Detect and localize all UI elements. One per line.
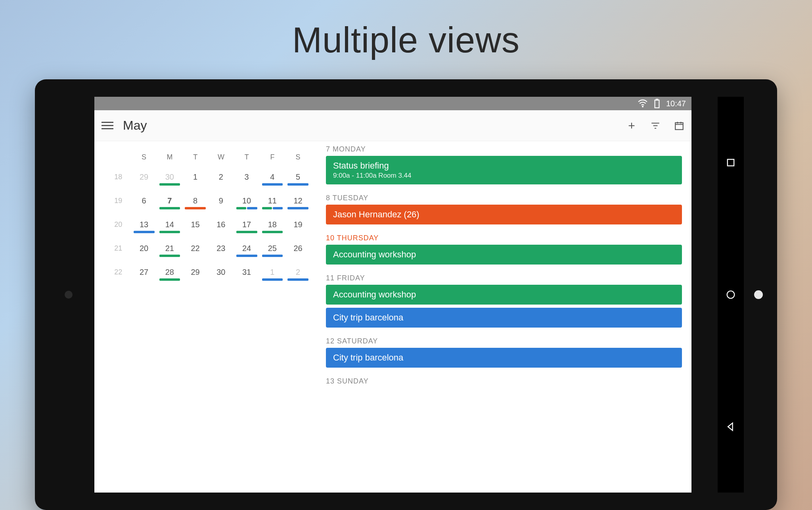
calendar-day[interactable]: 31 <box>234 260 260 284</box>
week-number: 22 <box>105 260 131 284</box>
calendar-day[interactable]: 14 <box>157 213 183 236</box>
agenda-event[interactable]: City trip barcelona <box>326 348 682 368</box>
nav-recent-icon[interactable] <box>725 157 736 168</box>
calendar-day[interactable]: 15 <box>182 213 208 236</box>
calendar-day[interactable]: 16 <box>208 213 234 236</box>
weekday-header: F <box>260 149 285 165</box>
agenda-day: 10 THURSDAYAccounting workshop <box>316 230 691 270</box>
tablet-camera <box>65 291 73 299</box>
calendar-day[interactable]: 22 <box>182 236 208 260</box>
calendar-day[interactable]: 1 <box>260 260 285 284</box>
agenda-event[interactable]: Accounting workshop <box>326 245 682 265</box>
android-navbar <box>718 97 744 493</box>
status-time: 10:47 <box>666 99 686 108</box>
mini-calendar[interactable]: SMTWTFS182930123451967891011122013141516… <box>105 149 311 284</box>
calendar-day[interactable]: 9 <box>208 189 234 213</box>
agenda-pane[interactable]: 7 MONDAYStatus briefing9:00a - 11:00a Ro… <box>316 141 691 493</box>
calendar-day[interactable]: 27 <box>131 260 157 284</box>
calendar-day[interactable]: 18 <box>260 213 285 236</box>
calendar-day[interactable]: 19 <box>285 213 311 236</box>
weekday-header: W <box>208 149 234 165</box>
app-bar: May + <box>94 110 691 141</box>
calendar-day[interactable]: 8 <box>182 189 208 213</box>
svg-point-1 <box>727 291 735 299</box>
calendar-day[interactable]: 21 <box>157 236 183 260</box>
agenda-day-label: 13 SUNDAY <box>326 377 682 385</box>
page-title: May <box>123 118 617 133</box>
week-number: 21 <box>105 236 131 260</box>
calendar-day[interactable]: 17 <box>234 213 260 236</box>
calendar-day[interactable]: 1 <box>182 165 208 189</box>
weekday-header: S <box>131 149 157 165</box>
agenda-day: 11 FRIDAYAccounting workshopCity trip ba… <box>316 270 691 333</box>
nav-back-icon[interactable] <box>725 421 736 432</box>
calendar-day[interactable]: 26 <box>285 236 311 260</box>
svg-rect-0 <box>728 159 734 166</box>
today-icon[interactable] <box>674 121 684 131</box>
status-bar: 10:47 <box>94 97 691 110</box>
calendar-day[interactable]: 12 <box>285 189 311 213</box>
weekday-header: T <box>234 149 260 165</box>
weekday-header <box>105 149 131 165</box>
calendar-day[interactable]: 29 <box>131 165 157 189</box>
calendar-day[interactable]: 11 <box>260 189 285 213</box>
calendar-day[interactable]: 6 <box>131 189 157 213</box>
svg-rect-4 <box>656 99 658 100</box>
agenda-day: 8 TUESDAYJason Hernandez (26) <box>316 190 691 230</box>
svg-point-2 <box>642 106 643 107</box>
calendar-day[interactable]: 4 <box>260 165 285 189</box>
promo-title: Multiple views <box>0 20 812 61</box>
agenda-event[interactable]: City trip barcelona <box>326 308 682 328</box>
wifi-icon <box>638 98 648 109</box>
calendar-day[interactable]: 28 <box>157 260 183 284</box>
content: SMTWTFS182930123451967891011122013141516… <box>94 141 691 493</box>
calendar-day[interactable]: 5 <box>285 165 311 189</box>
weekday-header: M <box>157 149 183 165</box>
agenda-day-label: 10 THURSDAY <box>326 234 682 242</box>
calendar-day[interactable]: 30 <box>208 260 234 284</box>
nav-home-icon[interactable] <box>725 289 736 300</box>
appbar-actions: + <box>626 121 684 131</box>
week-number: 19 <box>105 189 131 213</box>
week-number: 20 <box>105 213 131 236</box>
calendar-day[interactable]: 20 <box>131 236 157 260</box>
svg-rect-5 <box>675 123 683 129</box>
week-number: 18 <box>105 165 131 189</box>
weekday-header: T <box>182 149 208 165</box>
agenda-day-label: 12 SATURDAY <box>326 337 682 345</box>
calendar-day[interactable]: 24 <box>234 236 260 260</box>
tablet-frame: 10:47 May + SMTWTFS182930123451967891011… <box>35 79 777 510</box>
calendar-day[interactable]: 30 <box>157 165 183 189</box>
calendar-day[interactable]: 3 <box>234 165 260 189</box>
calendar-day[interactable]: 23 <box>208 236 234 260</box>
calendar-day[interactable]: 2 <box>285 260 311 284</box>
calendar-day[interactable]: 2 <box>208 165 234 189</box>
svg-rect-3 <box>655 100 659 108</box>
agenda-day: 13 SUNDAY <box>316 373 691 390</box>
calendar-day[interactable]: 25 <box>260 236 285 260</box>
calendar-day[interactable]: 29 <box>182 260 208 284</box>
agenda-day: 12 SATURDAYCity trip barcelona <box>316 333 691 373</box>
tablet-power-dot <box>754 290 763 299</box>
calendar-day[interactable]: 13 <box>131 213 157 236</box>
month-pane: SMTWTFS182930123451967891011122013141516… <box>94 141 316 493</box>
calendar-day[interactable]: 10 <box>234 189 260 213</box>
calendar-day[interactable]: 7 <box>157 189 183 213</box>
menu-icon[interactable] <box>102 122 113 129</box>
agenda-event[interactable]: Accounting workshop <box>326 285 682 305</box>
agenda-day-label: 7 MONDAY <box>326 145 682 153</box>
agenda-event[interactable]: Status briefing9:00a - 11:00a Room 3.44 <box>326 156 682 184</box>
weekday-header: S <box>285 149 311 165</box>
screen: 10:47 May + SMTWTFS182930123451967891011… <box>94 97 691 493</box>
filter-icon[interactable] <box>650 121 661 131</box>
agenda-day-label: 8 TUESDAY <box>326 194 682 202</box>
battery-icon <box>652 98 662 109</box>
agenda-day-label: 11 FRIDAY <box>326 274 682 282</box>
agenda-day: 7 MONDAYStatus briefing9:00a - 11:00a Ro… <box>316 141 691 190</box>
agenda-event[interactable]: Jason Hernandez (26) <box>326 205 682 224</box>
add-icon[interactable]: + <box>626 121 637 131</box>
